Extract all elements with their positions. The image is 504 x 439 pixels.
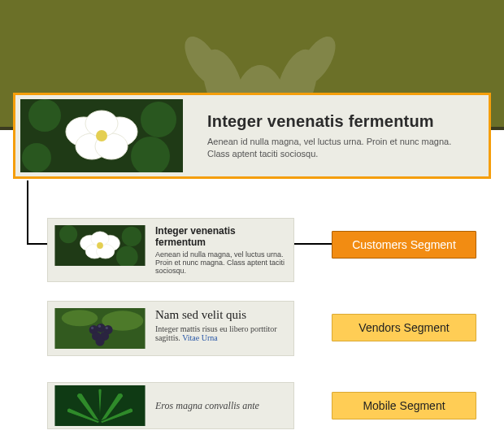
segment-label-mobile: Mobile Segment [332,392,476,419]
variant-card-customers: Integer venenatis fermentum Aenean id nu… [47,218,294,282]
svg-point-27 [97,242,103,249]
variant-card-mobile: Eros magna convallis ante [47,382,294,429]
svg-point-18 [59,225,77,243]
variant-text: Nam sed velit quis Integer mattis risus … [155,308,287,342]
grapes-thumbnail [54,308,146,349]
segment-label-customers: Customers Segment [332,231,476,259]
segment-text: Mobile Segment [363,399,445,412]
variant-text: Integer venenatis fermentum Aenean id nu… [155,225,287,275]
variant-desc: Eros magna convallis ante [155,400,259,411]
svg-point-39 [106,327,108,329]
segment-text: Customers Segment [352,238,456,251]
svg-point-16 [96,130,107,141]
svg-point-37 [91,327,93,329]
svg-point-9 [22,143,51,172]
main-card: Integer venenatis fermentum Aenean id nu… [13,93,491,179]
svg-point-6 [28,99,61,132]
diagram-canvas: Integer venenatis fermentum Aenean id nu… [0,0,504,439]
main-card-title: Integer venenatis fermentum [207,112,474,131]
svg-point-36 [95,337,104,346]
svg-point-29 [62,310,98,326]
green-leaves-thumbnail [54,385,146,426]
segment-text: Vendors Segment [358,321,449,334]
svg-point-19 [122,227,141,246]
variant-link[interactable]: Vitae Urna [182,333,218,342]
svg-point-38 [98,325,101,328]
main-card-text: Integer venenatis fermentum Aenean id nu… [183,107,484,165]
segment-label-vendors: Vendors Segment [332,314,476,341]
variant-desc: Aenean id nulla magna, vel luctus urna. … [155,250,285,275]
variant-title: Nam sed velit quis [155,308,287,322]
variant-text: Eros magna convallis ante [155,400,259,412]
white-flower-thumbnail [54,225,146,266]
white-flower-thumbnail [20,99,183,172]
variant-title: Integer venenatis fermentum [155,225,287,248]
variant-card-vendors: Nam sed velit quis Integer mattis risus … [47,301,294,356]
main-card-desc: Aenean id nulla magna, vel luctus urna. … [207,136,474,160]
svg-point-7 [141,102,176,137]
